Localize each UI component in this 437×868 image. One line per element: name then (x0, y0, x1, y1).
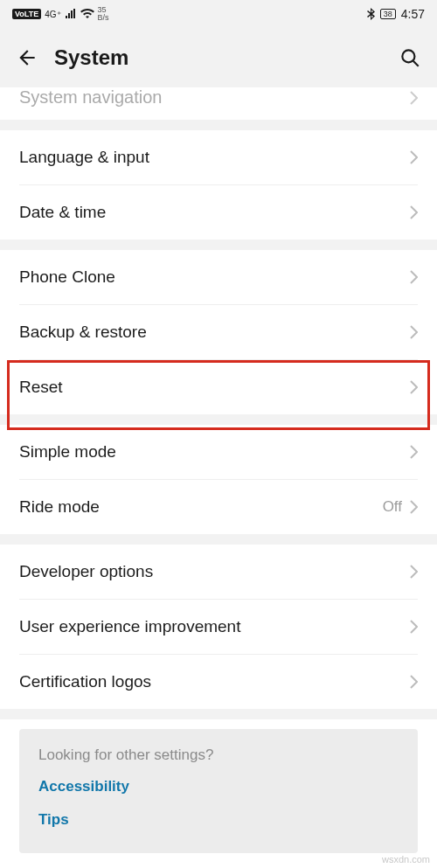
settings-item-user-experience[interactable]: User experience improvement (0, 600, 437, 654)
settings-item-ride-mode[interactable]: Ride mode Off (0, 480, 437, 534)
page-title: System (54, 45, 128, 70)
chevron-right-icon (409, 150, 418, 164)
settings-item-simple-mode[interactable]: Simple mode (0, 425, 437, 479)
item-label: User experience improvement (19, 617, 240, 636)
status-time: 4:57 (401, 7, 425, 21)
volte-badge: VoLTE (12, 9, 41, 19)
item-label: Ride mode (19, 497, 100, 517)
item-label: System navigation (19, 87, 162, 108)
item-label: Simple mode (19, 442, 116, 462)
chevron-right-icon (409, 445, 418, 459)
item-label: Developer options (19, 562, 153, 581)
battery-indicator: 38 (380, 9, 396, 19)
svg-line-1 (413, 61, 419, 66)
app-header: System (0, 28, 437, 87)
item-label: Certification logos (19, 672, 151, 691)
bluetooth-icon (367, 8, 375, 20)
chevron-right-icon (409, 325, 418, 339)
settings-item-reset[interactable]: Reset (0, 360, 437, 414)
settings-item-language-input[interactable]: Language & input (0, 130, 437, 184)
settings-group: System navigation (0, 87, 437, 120)
settings-item-backup-restore[interactable]: Backup & restore (0, 305, 437, 359)
item-value: Off (383, 498, 402, 516)
network-speed: 35 B/s (98, 6, 109, 22)
settings-item-phone-clone[interactable]: Phone Clone (0, 250, 437, 304)
chevron-right-icon (409, 620, 418, 634)
tips-link-accessibility[interactable]: Accessibility (38, 778, 399, 795)
tips-box: Looking for other settings? Accessibilit… (19, 729, 418, 853)
chevron-right-icon (409, 380, 418, 394)
settings-item-developer-options[interactable]: Developer options (0, 545, 437, 599)
network-indicator: 4G⁺ (45, 10, 60, 19)
tips-link-tips[interactable]: Tips (38, 811, 399, 829)
signal-icon (65, 9, 77, 19)
settings-group: Developer options User experience improv… (0, 545, 437, 709)
chevron-right-icon (409, 500, 418, 514)
wifi-icon (80, 9, 94, 19)
settings-group: Simple mode Ride mode Off (0, 425, 437, 534)
item-label: Phone Clone (19, 267, 115, 287)
tips-title: Looking for other settings? (38, 746, 399, 764)
settings-group: Phone Clone Backup & restore Reset (0, 250, 437, 414)
chevron-right-icon (409, 675, 418, 689)
settings-content: System navigation Language & input Date … (0, 87, 437, 868)
chevron-right-icon (409, 205, 418, 219)
search-icon[interactable] (399, 46, 421, 69)
settings-item-system-navigation[interactable]: System navigation (0, 87, 437, 120)
settings-item-certification-logos[interactable]: Certification logos (0, 655, 437, 709)
svg-point-0 (402, 50, 414, 62)
chevron-right-icon (409, 565, 418, 579)
status-bar: VoLTE 4G⁺ 35 B/s 38 4:57 (0, 0, 437, 28)
back-icon[interactable] (16, 46, 38, 69)
item-label: Language & input (19, 148, 149, 167)
item-label: Reset (19, 378, 63, 397)
settings-group: Language & input Date & time (0, 130, 437, 240)
chevron-right-icon (409, 270, 418, 284)
item-label: Date & time (19, 203, 106, 222)
item-label: Backup & restore (19, 323, 147, 342)
chevron-right-icon (409, 91, 418, 105)
settings-item-date-time[interactable]: Date & time (0, 185, 437, 240)
watermark: wsxdn.com (382, 854, 430, 865)
